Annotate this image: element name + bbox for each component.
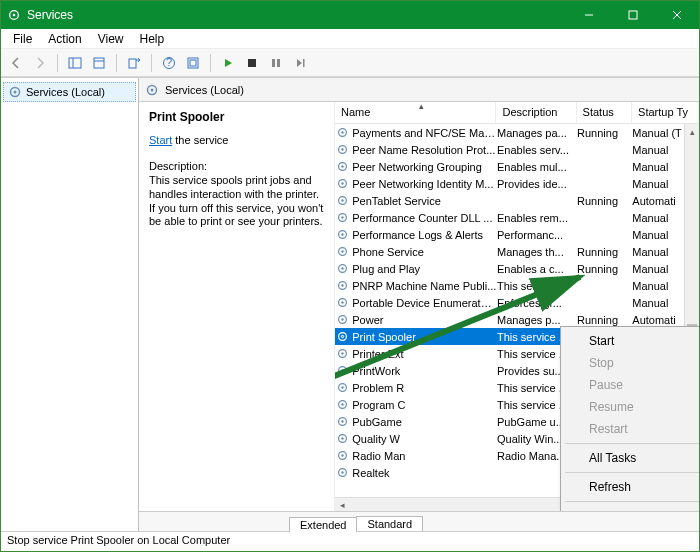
toolbar: ? <box>1 49 699 77</box>
tree-root-services-local[interactable]: Services (Local) <box>3 82 136 102</box>
service-description: Provides ide... <box>497 178 577 190</box>
gear-icon <box>335 279 350 292</box>
tab-extended[interactable]: Extended <box>289 517 357 532</box>
back-button[interactable] <box>5 52 27 74</box>
service-row[interactable]: Peer Networking Identity M...Provides id… <box>335 175 699 192</box>
svg-point-20 <box>14 91 17 94</box>
minimize-button[interactable] <box>567 1 611 29</box>
column-status[interactable]: Status <box>577 102 633 123</box>
gear-icon <box>335 126 350 139</box>
service-description: Manages pa... <box>497 127 577 139</box>
service-row[interactable]: PenTablet ServiceRunningAutomati <box>335 192 699 209</box>
svg-point-60 <box>341 437 343 439</box>
gear-icon <box>8 85 22 99</box>
stop-service-button[interactable] <box>241 52 263 74</box>
close-button[interactable] <box>655 1 699 29</box>
services-list: ▴ Name Description Status Startup Ty Pay… <box>334 102 699 511</box>
gear-icon <box>335 296 350 309</box>
service-description: Enables rem... <box>497 212 577 224</box>
ctx-resume: Resume <box>563 396 699 418</box>
svg-point-26 <box>341 148 343 150</box>
ctx-start[interactable]: Start <box>563 330 699 352</box>
svg-point-64 <box>341 471 343 473</box>
gear-icon <box>335 432 350 445</box>
service-name: Peer Name Resolution Prot... <box>350 144 497 156</box>
refresh-button[interactable] <box>182 52 204 74</box>
forward-button[interactable] <box>29 52 51 74</box>
start-service-button[interactable] <box>217 52 239 74</box>
gear-icon <box>335 262 350 275</box>
menu-bar: File Action View Help <box>1 29 699 49</box>
svg-point-28 <box>341 165 343 167</box>
menu-action[interactable]: Action <box>40 30 89 48</box>
service-name: PubGame <box>350 416 497 428</box>
service-description: Manages p... <box>497 314 577 326</box>
scroll-left-icon[interactable]: ◂ <box>335 498 350 511</box>
svg-point-46 <box>341 318 343 320</box>
tree-pane: Services (Local) <box>1 78 139 531</box>
tab-standard[interactable]: Standard <box>356 516 423 531</box>
gear-icon <box>335 194 350 207</box>
service-row[interactable]: PNRP Machine Name Publi...This service .… <box>335 277 699 294</box>
service-description: Enables mul... <box>497 161 577 173</box>
menu-file[interactable]: File <box>5 30 40 48</box>
column-startup-type[interactable]: Startup Ty <box>632 102 699 123</box>
start-service-link[interactable]: Start <box>149 134 172 146</box>
ctx-all-tasks[interactable]: All Tasks <box>563 447 699 469</box>
selected-service-name: Print Spooler <box>149 110 324 124</box>
svg-rect-6 <box>69 58 81 68</box>
show-hide-tree-button[interactable] <box>64 52 86 74</box>
gear-icon <box>335 228 350 241</box>
service-row[interactable]: Performance Logs & AlertsPerformanc...Ma… <box>335 226 699 243</box>
ctx-refresh[interactable]: Refresh <box>563 476 699 498</box>
gear-icon <box>335 466 350 479</box>
ctx-stop: Stop <box>563 352 699 374</box>
help-button[interactable]: ? <box>158 52 180 74</box>
pause-service-button[interactable] <box>265 52 287 74</box>
view-tabs: Extended Standard <box>139 511 699 531</box>
gear-icon <box>335 415 350 428</box>
export-button[interactable] <box>123 52 145 74</box>
svg-rect-18 <box>303 59 305 67</box>
svg-point-42 <box>341 284 343 286</box>
gear-icon <box>335 330 350 343</box>
service-row[interactable]: Payments and NFC/SE Man...Manages pa...R… <box>335 124 699 141</box>
menu-view[interactable]: View <box>90 30 132 48</box>
svg-point-24 <box>341 131 343 133</box>
service-name: Radio Man <box>350 450 497 462</box>
restart-service-button[interactable] <box>289 52 311 74</box>
description-label: Description: <box>149 160 324 172</box>
svg-text:?: ? <box>166 56 172 68</box>
service-status: Running <box>577 246 632 258</box>
svg-point-54 <box>341 386 343 388</box>
service-description: Enables a c... <box>497 263 577 275</box>
service-row[interactable]: Peer Networking GroupingEnables mul...Ma… <box>335 158 699 175</box>
gear-icon <box>335 313 350 326</box>
service-description: Enables serv... <box>497 144 577 156</box>
service-name: Plug and Play <box>350 263 497 275</box>
service-name: Performance Counter DLL ... <box>350 212 497 224</box>
service-name: Printer Ext <box>350 348 497 360</box>
svg-point-38 <box>341 250 343 252</box>
svg-point-48 <box>341 335 343 337</box>
service-name: PenTablet Service <box>350 195 497 207</box>
service-row[interactable]: Peer Name Resolution Prot...Enables serv… <box>335 141 699 158</box>
ctx-properties[interactable]: Properties <box>563 505 699 511</box>
context-menu: Start Stop Pause Resume Restart All Task… <box>560 326 699 511</box>
service-row[interactable]: Phone ServiceManages th...RunningManual <box>335 243 699 260</box>
svg-point-30 <box>341 182 343 184</box>
gear-icon <box>335 143 350 156</box>
gear-icon <box>335 398 350 411</box>
service-row[interactable]: Plug and PlayEnables a c...RunningManual <box>335 260 699 277</box>
column-name[interactable]: Name <box>335 102 496 123</box>
scroll-up-icon[interactable]: ▴ <box>685 124 699 139</box>
svg-point-58 <box>341 420 343 422</box>
maximize-button[interactable] <box>611 1 655 29</box>
column-description[interactable]: Description <box>496 102 576 123</box>
service-name: Payments and NFC/SE Man... <box>350 127 497 139</box>
service-row[interactable]: Portable Device Enumerator...Enforces gr… <box>335 294 699 311</box>
properties-button[interactable] <box>88 52 110 74</box>
service-row[interactable]: Performance Counter DLL ...Enables rem..… <box>335 209 699 226</box>
menu-help[interactable]: Help <box>132 30 173 48</box>
service-name: Portable Device Enumerator... <box>350 297 497 309</box>
